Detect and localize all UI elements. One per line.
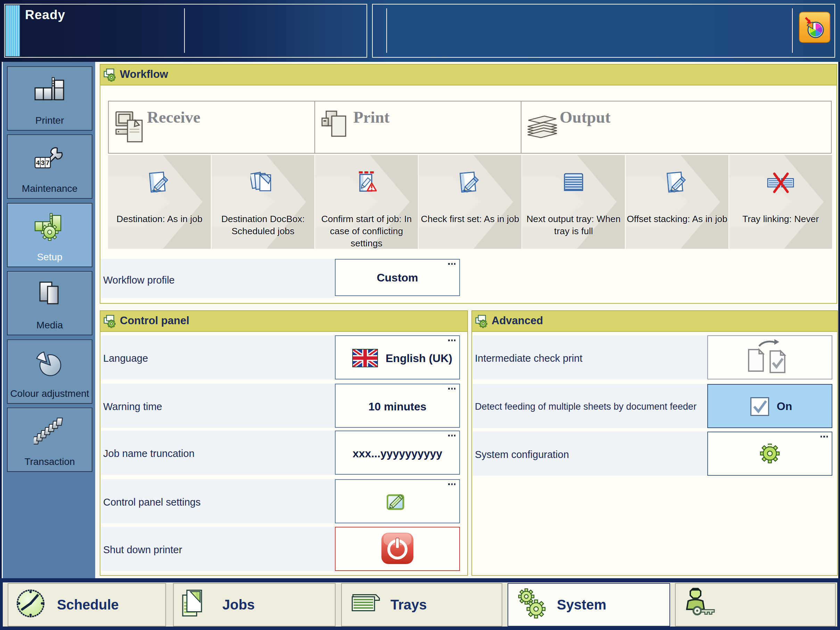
svg-text:3: 3 (41, 159, 45, 166)
svg-text:7: 7 (46, 159, 50, 166)
svg-text:4: 4 (36, 159, 40, 166)
